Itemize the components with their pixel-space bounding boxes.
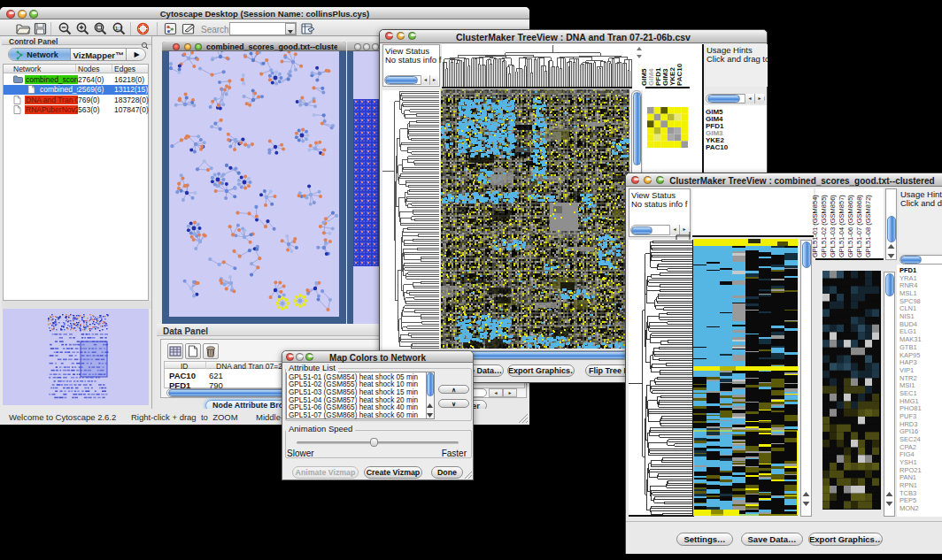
svg-text:1:1: 1:1 bbox=[115, 26, 122, 31]
